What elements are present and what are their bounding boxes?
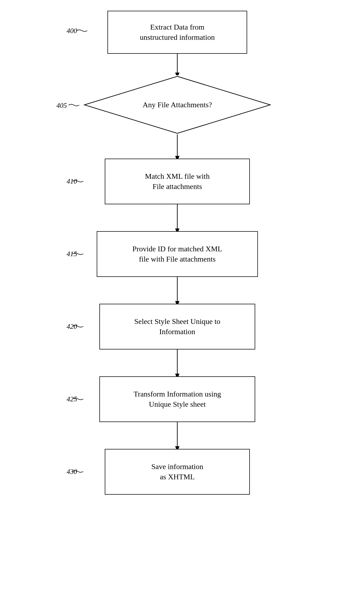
node-430: Save informationas XHTML xyxy=(105,449,250,495)
node-425: Transform Information usingUnique Style … xyxy=(99,376,255,422)
step-label-405: 405 xyxy=(56,102,67,110)
node-430-label: Save informationas XHTML xyxy=(151,462,203,482)
step-label-415: 415 xyxy=(67,250,77,258)
step-label-430: 430 xyxy=(67,468,77,476)
node-415-label: Provide ID for matched XMLfile with File… xyxy=(132,244,222,264)
step-label-425: 425 xyxy=(67,395,77,403)
node-410-label: Match XML file withFile attachments xyxy=(145,171,210,192)
step-label-400: 400 xyxy=(67,27,77,35)
node-420: Select Style Sheet Unique toInformation xyxy=(99,304,255,349)
node-400: Extract Data fromunstructured informatio… xyxy=(107,11,247,54)
node-400-label: Extract Data fromunstructured informatio… xyxy=(140,22,215,42)
step-label-420: 420 xyxy=(67,323,77,331)
node-415: Provide ID for matched XMLfile with File… xyxy=(97,231,258,277)
step-label-410: 410 xyxy=(67,177,77,185)
node-420-label: Select Style Sheet Unique toInformation xyxy=(134,316,220,337)
node-410: Match XML file withFile attachments xyxy=(105,159,250,204)
node-405-label: Any File Attachments? xyxy=(143,99,212,110)
flowchart-diagram: 400 405 410 415 420 425 430 Extract Data… xyxy=(0,0,364,600)
node-405: Any File Attachments? xyxy=(83,75,271,134)
node-425-label: Transform Information usingUnique Style … xyxy=(134,389,221,409)
